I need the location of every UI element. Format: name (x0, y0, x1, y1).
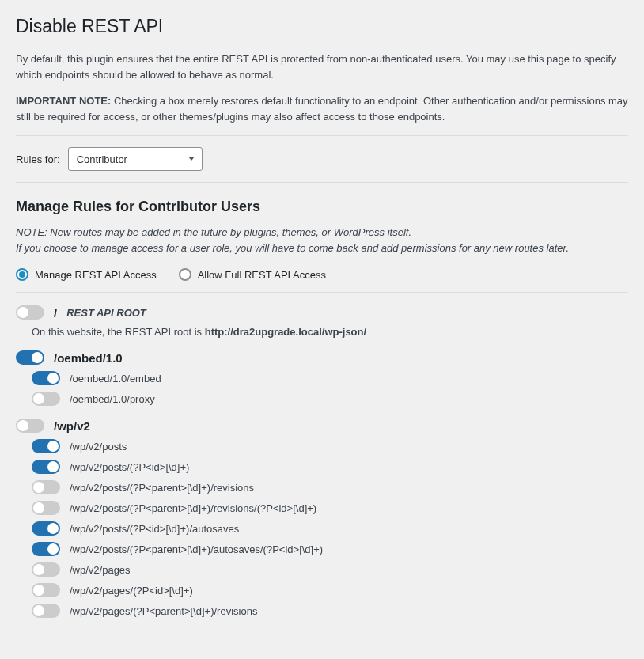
radio-icon (179, 268, 191, 281)
route-path: /wp/v2/posts/(?P<parent>[\d]+)/revisions… (70, 502, 316, 514)
toggle-group[interactable] (16, 350, 44, 365)
important-note: IMPORTANT NOTE: Checking a box merely re… (16, 93, 628, 124)
toggle-root[interactable] (16, 305, 44, 320)
group-name: /wp/v2 (54, 419, 90, 433)
route-path: /wp/v2/posts/(?P<id>[\d]+)/autosaves (70, 523, 239, 535)
route-path: /oembed/1.0/proxy (70, 393, 155, 405)
route-path: /oembed/1.0/embed (70, 373, 161, 384)
divider (16, 182, 628, 183)
routes-subnote: NOTE: New routes may be added in the fut… (16, 225, 628, 256)
intro-text: By default, this plugin ensures that the… (16, 51, 628, 82)
route-path: /wp/v2/posts/(?P<parent>[\d]+)/autosaves… (70, 543, 323, 555)
route-path: /wp/v2/posts/(?P<parent>[\d]+)/revisions (70, 482, 254, 494)
toggle-route[interactable] (32, 460, 60, 474)
rules-for-label: Rules for: (16, 153, 60, 165)
toggle-route[interactable] (32, 542, 60, 556)
manage-heading: Manage Rules for Contributor Users (16, 199, 628, 215)
root-slash: / (54, 306, 57, 320)
toggle-route[interactable] (32, 501, 60, 515)
route-path: /wp/v2/pages/(?P<parent>[\d]+)/revisions (70, 605, 257, 617)
toggle-route[interactable] (32, 562, 60, 577)
toggle-route[interactable] (32, 604, 60, 618)
route-path: /wp/v2/posts/(?P<id>[\d]+) (70, 461, 189, 473)
route-path: /wp/v2/posts (70, 441, 127, 453)
route-path: /wp/v2/pages/(?P<id>[\d]+) (70, 585, 193, 597)
toggle-route[interactable] (32, 583, 60, 597)
role-select[interactable]: Contributor (68, 147, 203, 171)
toggle-route[interactable] (32, 439, 60, 453)
toggle-route[interactable] (32, 521, 60, 536)
route-path: /wp/v2/pages (70, 564, 131, 576)
radio-full-access[interactable]: Allow Full REST API Access (179, 268, 326, 281)
radio-manage-access[interactable]: Manage REST API Access (16, 268, 157, 281)
important-label: IMPORTANT NOTE: (16, 95, 111, 107)
toggle-route[interactable] (32, 480, 60, 494)
root-label: REST API ROOT (66, 307, 146, 319)
toggle-route[interactable] (32, 371, 60, 385)
page-title: Disable REST API (16, 16, 628, 37)
toggle-route[interactable] (32, 392, 60, 406)
divider (16, 135, 628, 136)
group-name: /oembed/1.0 (54, 351, 123, 365)
root-desc: On this website, the REST API root is ht… (32, 326, 628, 338)
toggle-group[interactable] (16, 419, 44, 433)
radio-icon (16, 268, 28, 281)
divider (16, 292, 628, 293)
